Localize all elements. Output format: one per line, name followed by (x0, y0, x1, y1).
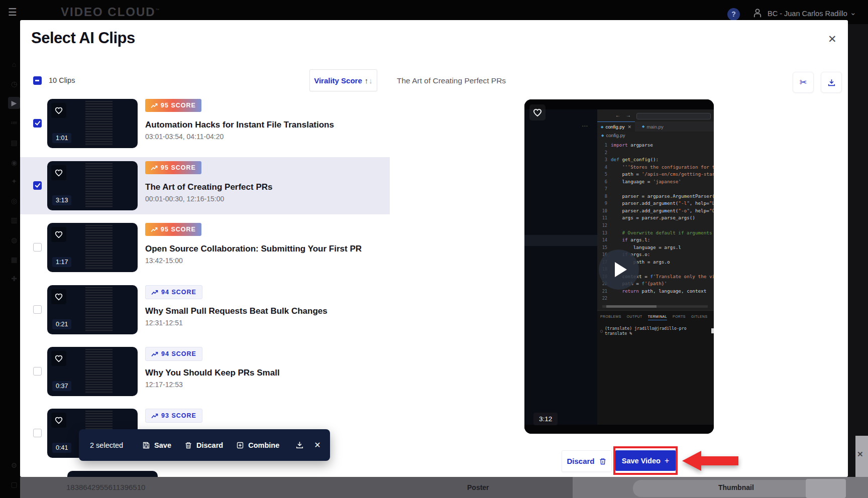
clip-timecodes: 03:01-03:54, 04:11-04:20 (145, 133, 224, 141)
terminal-dot-icon: ○ (600, 328, 603, 333)
tab-config-py[interactable]: ◆ config.py ✕ (597, 121, 635, 132)
tab-close-icon[interactable]: ✕ (627, 125, 631, 130)
clip-meta: 95 SCORE Automation Hacks for Instant Fi… (145, 95, 386, 152)
editor-scrollbar[interactable] (602, 305, 708, 308)
save-selected-button[interactable]: Save (142, 441, 171, 449)
play-icon (615, 262, 627, 277)
play-button[interactable] (599, 250, 639, 290)
clip-thumbnail-partial (67, 471, 158, 477)
panel-tab-problems[interactable]: PROBLEMS (600, 315, 621, 320)
discard-button[interactable]: Discard (562, 450, 612, 472)
clip-duration-badge: 0:41 (52, 443, 71, 453)
python-file-icon: ◆ (642, 125, 644, 129)
clip-checkbox[interactable] (33, 367, 42, 376)
virality-score-badge: 94 SCORE (145, 347, 202, 361)
trending-up-icon (151, 227, 158, 232)
home-icon[interactable]: ⌂ (8, 58, 20, 70)
code-line: 11 args = parser.parse_args() (597, 214, 714, 222)
code-line: 2 (597, 149, 714, 157)
marketplace-icon[interactable]: ▢ (8, 478, 20, 490)
hamburger-menu-icon[interactable]: ☰ (8, 6, 17, 18)
panel-tab-output[interactable]: OUTPUT (627, 315, 642, 320)
clip-duration-badge: 0:21 (52, 319, 71, 329)
favorite-heart-icon[interactable] (529, 104, 546, 120)
code-line: 14 if args.l: (597, 236, 714, 244)
virality-score-badge: 94 SCORE (145, 285, 202, 299)
player-icon[interactable]: ◍ (8, 234, 20, 246)
virality-score-badge: 95 SCORE (145, 161, 201, 174)
modal-close-icon[interactable]: ✕ (828, 33, 837, 45)
dimmed-right-margin (848, 24, 868, 477)
clip-timecodes: 12:17-12:53 (145, 381, 183, 389)
clip-list-item[interactable]: 3:13 95 SCORE The Art of Creating Perfec… (20, 157, 390, 214)
social-icon[interactable]: ✦ (8, 175, 20, 187)
clip-title: Why You Should Keep PRs Small (145, 368, 280, 378)
download-selected-icon[interactable] (295, 441, 304, 449)
panel-tab-gitlens[interactable]: GITLENS (691, 315, 708, 320)
ellipsis-icon: ⋯ (582, 122, 588, 130)
user-avatar-icon[interactable] (752, 8, 763, 19)
editor-nav-arrows-icon: ← → (615, 112, 633, 118)
favorite-heart-icon[interactable] (51, 351, 66, 366)
panel-tab-terminal[interactable]: TERMINAL (648, 315, 667, 320)
chevron-down-icon[interactable]: ⌄ (850, 8, 856, 17)
history-icon[interactable]: ◷ (8, 78, 20, 90)
favorite-heart-icon[interactable] (51, 165, 66, 180)
clips-list: 1:01 95 SCORE Automation Hacks for Insta… (20, 20, 390, 477)
account-name[interactable]: BC - Juan Carlos Radillo (768, 10, 847, 18)
clip-list-item[interactable]: 1:17 95 SCORE Open Source Collaboration:… (20, 219, 390, 276)
video-player[interactable]: ⋯ ← → ◆ config.py ✕ ◆ main.py ◆ config.p… (524, 99, 714, 434)
videos-icon[interactable]: ▶ (8, 97, 20, 109)
code-line: 6 language = 'japanese' (597, 178, 714, 186)
thumbnail-preview (85, 101, 113, 146)
player-left-region (524, 109, 597, 425)
clip-title: Why Small Pull Requests Beat Bulk Change… (145, 306, 328, 316)
settings-icon[interactable]: ⚙ (8, 459, 20, 471)
editor-tab-bar: ◆ config.py ✕ ◆ main.py (597, 121, 714, 132)
clip-list-item[interactable]: 0:21 94 SCORE Why Small Pull Requests Be… (20, 281, 390, 338)
panel-tab-ports[interactable]: PORTS (673, 315, 686, 320)
tab-main-py[interactable]: ◆ main.py (638, 121, 667, 132)
clip-checkbox[interactable] (33, 305, 42, 314)
playlists-icon[interactable]: ≔ (8, 116, 20, 129)
combine-selected-button[interactable]: Combine (236, 441, 279, 449)
clip-thumbnail[interactable]: 3:13 (47, 161, 138, 210)
discard-selected-button[interactable]: Discard (184, 441, 223, 449)
clip-meta: 94 SCORE Why Small Pull Requests Beat Bu… (145, 281, 386, 338)
player-letterbox-top (524, 99, 714, 109)
trash-icon (599, 457, 607, 465)
save-video-button[interactable]: Save Video + (615, 450, 676, 471)
favorite-heart-icon[interactable] (51, 413, 66, 428)
favorite-heart-icon[interactable] (51, 227, 66, 242)
favorite-heart-icon[interactable] (51, 289, 66, 304)
preview-clip-title: The Art of Creating Perfect PRs (397, 76, 506, 85)
clip-thumbnail[interactable]: 1:01 (47, 99, 138, 148)
live-icon[interactable]: ◉ (8, 157, 20, 169)
audience-icon[interactable]: ▦ (8, 254, 20, 266)
help-icon[interactable]: ? (727, 8, 740, 21)
clip-duration-badge: 3:13 (52, 195, 71, 205)
clip-thumbnail[interactable]: 1:17 (47, 223, 138, 272)
clip-checkbox[interactable] (33, 181, 42, 190)
clip-thumbnail[interactable]: 0:37 (47, 347, 138, 396)
clip-list-item[interactable]: 0:37 94 SCORE Why You Should Keep PRs Sm… (20, 343, 390, 400)
download-clip-button[interactable] (821, 72, 842, 93)
trademark-icon: ™ (156, 8, 161, 13)
scissors-trim-button[interactable]: ✂ (793, 72, 814, 93)
clip-checkbox[interactable] (33, 429, 42, 437)
clip-checkbox[interactable] (33, 243, 42, 252)
clip-checkbox[interactable] (33, 119, 42, 128)
clip-thumbnail[interactable]: 0:21 (47, 285, 138, 334)
favorite-heart-icon[interactable] (51, 103, 66, 118)
selection-action-bar: 2 selected Save Discard Combine ✕ (79, 429, 330, 461)
background-poster-label: Poster (467, 483, 489, 491)
integrations-icon[interactable]: ✚ (8, 273, 20, 285)
clip-title: Automation Hacks for Instant File Transl… (145, 120, 334, 130)
virality-score-badge: 93 SCORE (145, 409, 202, 423)
trending-up-icon (151, 103, 158, 108)
media-icon[interactable]: ▤ (8, 137, 20, 149)
clip-list-item[interactable]: 1:01 95 SCORE Automation Hacks for Insta… (20, 95, 390, 152)
location-icon[interactable]: ◎ (8, 195, 20, 207)
analytics-icon[interactable]: ▥ (8, 214, 20, 226)
selection-bar-close-icon[interactable]: ✕ (314, 440, 320, 450)
